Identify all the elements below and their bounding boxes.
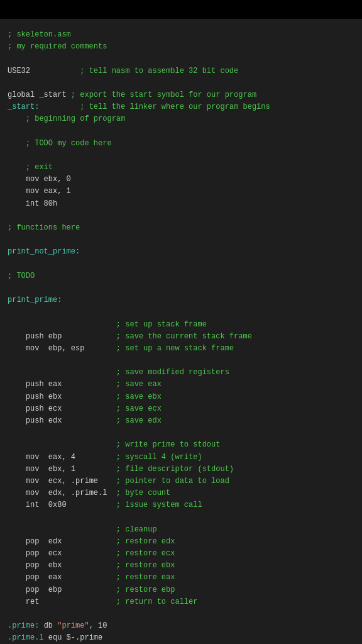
line-19: print_not_prime: (8, 246, 354, 258)
line-51: .prime.l equ $-.prime (8, 632, 354, 644)
line-5 (8, 77, 354, 89)
line-36: mov eax, 4 ; syscall 4 (write) (8, 452, 354, 464)
line-26: push ebp ; save the current stack frame (8, 331, 354, 343)
line-34 (8, 427, 354, 439)
line-13: mov ebx, 0 (8, 174, 354, 186)
line-37: mov ebx, 1 ; file descriptor (stdout) (8, 464, 354, 475)
line-20 (8, 258, 354, 270)
code-editor: ; skeleton.asm ; my required comments US… (0, 19, 362, 644)
line-16 (8, 210, 354, 222)
line-10: ; TODO my code here (8, 138, 354, 150)
line-3 (8, 53, 354, 65)
line-38: mov ecx, .prime ; pointer to data to loa… (8, 475, 354, 487)
line-2: ; my required comments (8, 41, 354, 53)
line-18 (8, 234, 354, 246)
top-bar (0, 0, 362, 19)
line-33: push edx ; save edx (8, 415, 354, 427)
line-32: push ecx ; save ecx (8, 403, 354, 415)
line-15: int 80h (8, 198, 354, 210)
line-6: global _start ; export the start symbol … (8, 89, 354, 101)
line-29: ; save modified registers (8, 367, 354, 379)
line-7: _start: ; tell the linker where our prog… (8, 101, 354, 113)
line-47: pop ebp ; restore ebp (8, 584, 354, 596)
line-45: pop ebx ; restore ebx (8, 560, 354, 572)
line-14: mov eax, 1 (8, 186, 354, 197)
line-27: mov ebp, esp ; set up a new stack frame (8, 343, 354, 355)
line-23: print_prime: (8, 294, 354, 306)
line-49 (8, 608, 354, 620)
line-11 (8, 150, 354, 162)
line-22 (8, 282, 354, 294)
line-9 (8, 126, 354, 138)
line-43: pop edx ; restore edx (8, 536, 354, 548)
line-8: ; beginning of program (8, 113, 354, 125)
line-12: ; exit (8, 162, 354, 174)
line-24 (8, 306, 354, 318)
line-31: push ebx ; save ebx (8, 391, 354, 403)
line-46: pop eax ; restore eax (8, 572, 354, 584)
line-44: pop ecx ; restore ecx (8, 548, 354, 560)
line-50: .prime: db "prime", 10 (8, 620, 354, 632)
line-28 (8, 355, 354, 367)
line-21: ; TODO (8, 270, 354, 282)
line-25: ; set up stack frame (8, 319, 354, 331)
line-35: ; write prime to stdout (8, 439, 354, 451)
line-39: mov edx, .prime.l ; byte count (8, 487, 354, 499)
line-4: USE32 ; tell nasm to assemble 32 bit cod… (8, 65, 354, 77)
line-1: ; skeleton.asm (8, 29, 354, 41)
line-48: ret ; return to caller (8, 596, 354, 608)
line-17: ; functions here (8, 222, 354, 234)
line-30: push eax ; save eax (8, 379, 354, 391)
line-41 (8, 512, 354, 524)
line-42: ; cleanup (8, 524, 354, 536)
line-40: int 0x80 ; issue system call (8, 499, 354, 511)
